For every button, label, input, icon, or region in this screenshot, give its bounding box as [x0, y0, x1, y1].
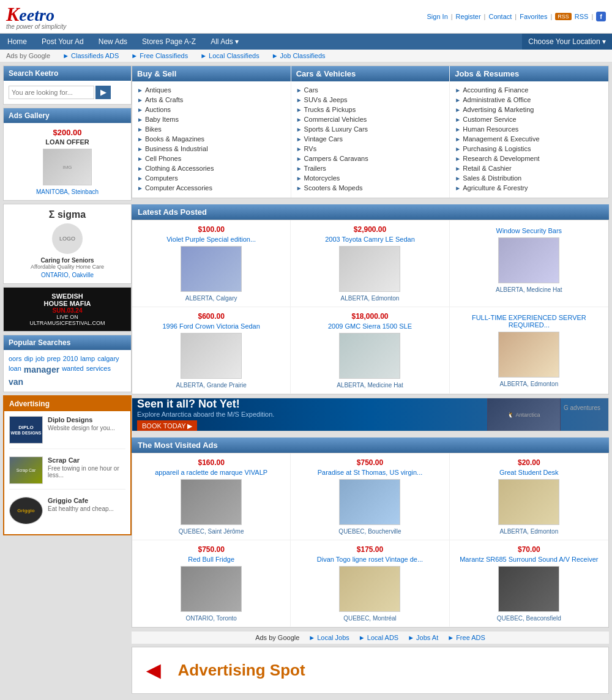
tag-loan[interactable]: loan — [9, 365, 21, 374]
griggio-logo[interactable]: Griggio — [9, 497, 43, 524]
latest-ad-1-image[interactable] — [181, 246, 242, 292]
cat-trailers[interactable]: ►Trailers — [296, 163, 445, 173]
free-classifieds-link[interactable]: ► Free Classifieds — [131, 52, 188, 59]
jobs-at-link[interactable]: ► Jobs At — [408, 634, 438, 641]
mv-ad-5-image[interactable] — [339, 566, 400, 612]
cat-research[interactable]: ►Research & Development — [455, 154, 603, 163]
nav-home[interactable]: Home — [0, 34, 34, 50]
latest-ad-5-image[interactable] — [339, 333, 400, 379]
scrapcar-logo[interactable]: Scrap Car — [9, 456, 43, 484]
nav-post-ad[interactable]: Post Your Ad — [34, 34, 91, 50]
antarctica-banner[interactable]: Seen it all? Not Yet! Explore Antarctica… — [132, 398, 609, 431]
local-jobs-link[interactable]: ► Local Jobs — [308, 634, 349, 641]
rss-icon[interactable]: RSS — [555, 13, 572, 20]
nav-all-ads[interactable]: All Ads ▾ — [203, 34, 246, 50]
latest-ad-4-title[interactable]: 1996 Ford Crown Victoria Sedan — [137, 322, 285, 330]
cat-vintage-cars[interactable]: ►Vintage Cars — [296, 134, 445, 144]
cat-business[interactable]: ►Business & Industrial — [137, 144, 286, 154]
diplo-logo[interactable]: DIPLOWEB DESIGNS — [9, 416, 43, 444]
register-link[interactable]: Register — [456, 13, 481, 20]
cat-retail[interactable]: ►Retail & Cashier — [455, 163, 603, 173]
rss-link[interactable]: RSS — [575, 13, 589, 20]
cat-commercial[interactable]: ►Commercial Vehicles — [296, 114, 445, 124]
mv-ad-4-image[interactable] — [181, 566, 242, 612]
facebook-icon[interactable]: f — [596, 12, 606, 21]
cat-agriculture[interactable]: ►Agriculture & Forestry — [455, 183, 603, 193]
mv-ad-2-image[interactable] — [339, 479, 400, 525]
cat-customer-service[interactable]: ►Customer Service — [455, 114, 603, 124]
favorites-link[interactable]: Favorites — [520, 13, 547, 20]
tag-manager[interactable]: manager — [24, 365, 59, 374]
latest-ad-1-title[interactable]: Violet Purple Special edition... — [137, 236, 285, 243]
cat-cars[interactable]: ►Cars — [296, 85, 445, 95]
cat-advertising-marketing[interactable]: ►Advertising & Marketing — [455, 105, 603, 114]
latest-ad-2-image[interactable] — [339, 246, 400, 292]
cat-books[interactable]: ►Books & Magazines — [137, 134, 286, 144]
cat-auctions[interactable]: ►Auctions — [137, 105, 286, 114]
job-classifieds-link[interactable]: ► Job Classifieds — [272, 52, 326, 59]
latest-ad-6-image[interactable] — [498, 332, 559, 378]
event-banner[interactable]: SWEDISHHOUSE MAFIA SUN.03.24 LIVE ONULTR… — [3, 287, 132, 332]
mv-ad-6-image[interactable] — [498, 566, 559, 612]
logo[interactable]: Keetro — [6, 3, 66, 26]
cat-trucks[interactable]: ►Trucks & Pickups — [296, 105, 445, 114]
cat-rvs[interactable]: ►RVs — [296, 144, 445, 154]
tag-job[interactable]: job — [35, 355, 45, 362]
cat-suvs[interactable]: ►SUVs & Jeeps — [296, 95, 445, 105]
mv-ad-3-title[interactable]: Great Student Desk — [455, 469, 603, 476]
gallery-title[interactable]: LOAN OFFER — [9, 138, 126, 146]
gallery-image[interactable]: IMG — [43, 149, 92, 185]
cat-clothing[interactable]: ►Clothing & Accessories — [137, 163, 286, 173]
mv-ad-4-title[interactable]: Red Bull Fridge — [137, 556, 285, 563]
tag-calgary[interactable]: calgary — [97, 355, 119, 362]
local-ads-link[interactable]: ► Local ADS — [359, 634, 398, 641]
tag-lamp[interactable]: lamp — [80, 355, 95, 362]
local-classifieds-link[interactable]: ► Local Classifieds — [200, 52, 259, 59]
cat-management[interactable]: ►Management & Executive — [455, 134, 603, 144]
cat-administrative[interactable]: ►Administrative & Office — [455, 95, 603, 105]
latest-ad-2-title[interactable]: 2003 Toyota Camry LE Sedan — [296, 236, 444, 243]
cat-scooters[interactable]: ►Scooters & Mopeds — [296, 183, 445, 193]
cat-computers[interactable]: ►Computers — [137, 173, 286, 183]
latest-ad-6-title[interactable]: FULL-TIME EXPERIENCED SERVER REQUIRED... — [455, 314, 603, 329]
cat-sports-cars[interactable]: ►Sports & Luxury Cars — [296, 124, 445, 134]
cat-arts[interactable]: ►Arts & Crafts — [137, 95, 286, 105]
cat-antiques[interactable]: ►Antiques — [137, 85, 286, 95]
latest-ad-3-title[interactable]: Window Security Bars — [455, 227, 603, 234]
book-today-btn[interactable]: BOOK TODAY ▶ — [137, 420, 197, 432]
latest-ad-3-image[interactable] — [498, 237, 559, 283]
search-button[interactable]: ▶ — [95, 86, 111, 99]
sign-in-link[interactable]: Sign In — [427, 13, 448, 20]
choose-location-btn[interactable]: Choose Your Location ▾ — [522, 34, 612, 50]
latest-ad-4-image[interactable] — [181, 333, 242, 379]
cat-baby[interactable]: ►Baby Items — [137, 114, 286, 124]
free-ads-link[interactable]: ► Free ADS — [447, 634, 485, 641]
tag-prep[interactable]: prep — [47, 355, 61, 362]
tag-van[interactable]: van — [9, 377, 23, 387]
latest-ad-5-title[interactable]: 2009 GMC Sierra 1500 SLE — [296, 322, 444, 330]
classifieds-ads-link[interactable]: ► Classifieds ADS — [62, 52, 119, 59]
tag-dip[interactable]: dip — [24, 355, 33, 362]
mv-ad-3-image[interactable] — [498, 479, 559, 525]
cat-human-resources[interactable]: ►Human Resources — [455, 124, 603, 134]
cat-campers[interactable]: ►Campers & Caravans — [296, 154, 445, 163]
cat-sales[interactable]: ►Sales & Distribution — [455, 173, 603, 183]
tag-oors[interactable]: oors — [9, 355, 21, 362]
mv-ad-5-title[interactable]: Divan Togo ligne roset Vintage de... — [296, 556, 444, 563]
mv-ad-2-title[interactable]: Paradise at St Thomas, US virgin... — [296, 469, 444, 476]
cat-computer-accessories[interactable]: ►Computer Accessories — [137, 183, 286, 193]
search-input[interactable] — [9, 86, 94, 99]
tag-services[interactable]: services — [86, 365, 111, 374]
nav-new-ads[interactable]: New Ads — [91, 34, 135, 50]
cat-purchasing[interactable]: ►Purchasing & Logistics — [455, 144, 603, 154]
mv-ad-6-title[interactable]: Marantz SR685 Surround Sound A/V Receive… — [455, 556, 603, 563]
mv-ad-1-image[interactable] — [181, 479, 242, 525]
tag-2010[interactable]: 2010 — [63, 355, 78, 362]
contact-link[interactable]: Contact — [488, 13, 512, 20]
mv-ad-1-title[interactable]: appareil a raclette de marque VIVALP — [137, 469, 285, 476]
cat-motorcycles[interactable]: ►Motorcycles — [296, 173, 445, 183]
cat-cellphones[interactable]: ►Cell Phones — [137, 154, 286, 163]
cat-accounting[interactable]: ►Accounting & Finance — [455, 85, 603, 95]
tag-wanted[interactable]: wanted — [62, 365, 83, 374]
nav-stores[interactable]: Stores Page A-Z — [135, 34, 203, 50]
